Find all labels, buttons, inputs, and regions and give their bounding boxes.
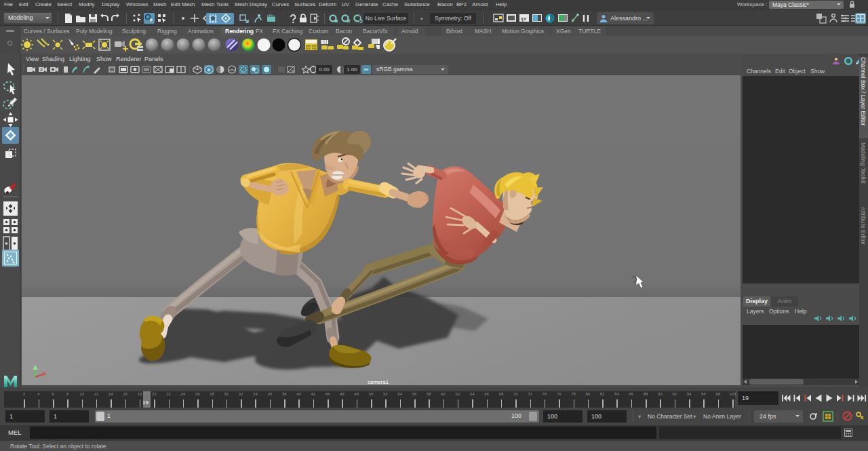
svg-text:camera1: camera1 [368,379,389,385]
